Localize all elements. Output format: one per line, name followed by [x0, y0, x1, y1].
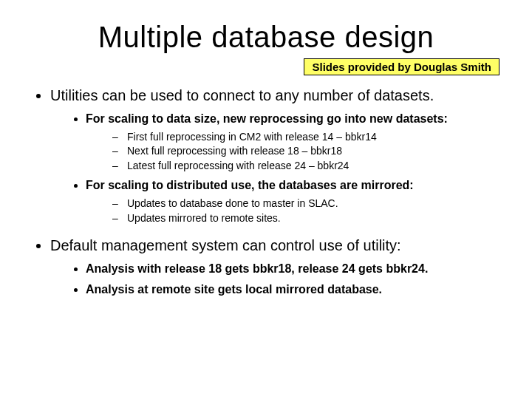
bullet-list-level3: Updates to database done to master in SL… [86, 197, 499, 225]
bullet-list-level2: For scaling to data size, new reprocessi… [50, 111, 499, 225]
bullet-text: Analysis with release 18 gets bbkr18, re… [86, 262, 428, 275]
slide: Multiple database design Slides provided… [0, 0, 532, 399]
bullet-text: Utilities can be used to connect to any … [50, 87, 434, 103]
list-item: Latest full reprocessing with release 24… [127, 159, 499, 174]
list-item: Analysis at remote site gets local mirro… [86, 282, 499, 298]
attribution-box: Slides provided by Douglas Smith [304, 58, 499, 75]
bullet-text: Updates to database done to master in SL… [127, 197, 338, 209]
list-item: Utilities can be used to connect to any … [50, 86, 499, 225]
bullet-text: For scaling to data size, new reprocessi… [86, 112, 448, 125]
bullet-text: Next full reprocessing with release 18 –… [127, 145, 342, 157]
list-item: First full reprocessing in CM2 with rele… [127, 130, 499, 145]
attribution-wrap: Slides provided by Douglas Smith [33, 58, 499, 75]
list-item: For scaling to data size, new reprocessi… [86, 111, 499, 173]
bullet-text: Updates mirrored to remote sites. [127, 212, 281, 224]
bullet-text: Default management system can control us… [50, 237, 401, 253]
bullet-list-level2: Analysis with release 18 gets bbkr18, re… [50, 261, 499, 297]
bullet-text: For scaling to distributed use, the data… [86, 179, 414, 191]
bullet-text: Analysis at remote site gets local mirro… [86, 283, 382, 296]
bullet-list-level1: Utilities can be used to connect to any … [33, 86, 499, 297]
slide-title: Multiple database design [33, 21, 499, 54]
bullet-list-level3: First full reprocessing in CM2 with rele… [86, 130, 499, 174]
list-item: Analysis with release 18 gets bbkr18, re… [86, 261, 499, 277]
bullet-text: Latest full reprocessing with release 24… [127, 160, 349, 171]
list-item: For scaling to distributed use, the data… [86, 177, 499, 225]
list-item: Updates to database done to master in SL… [127, 197, 499, 211]
list-item: Next full reprocessing with release 18 –… [127, 144, 499, 159]
list-item: Default management system can control us… [50, 236, 499, 297]
bullet-text: First full reprocessing in CM2 with rele… [127, 131, 377, 143]
list-item: Updates mirrored to remote sites. [127, 211, 499, 226]
